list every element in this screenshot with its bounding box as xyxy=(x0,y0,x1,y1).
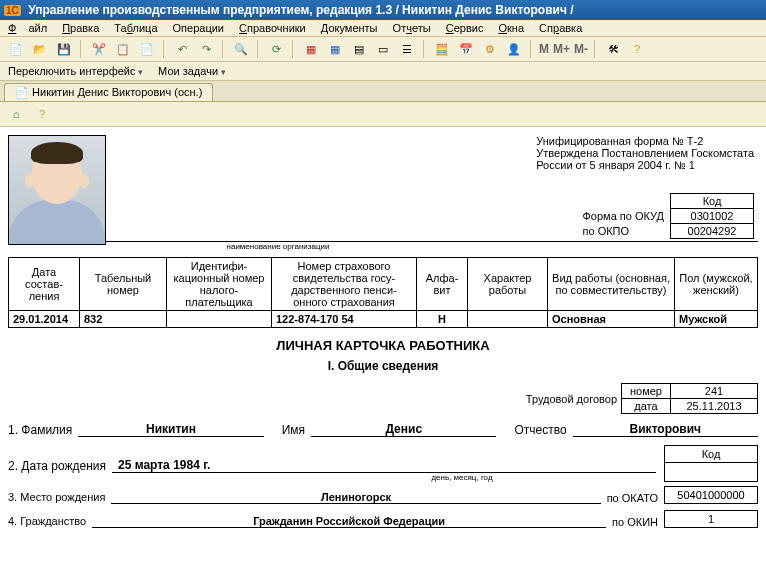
menu-table[interactable]: Таблица xyxy=(114,22,157,34)
menu-windows[interactable]: Окна xyxy=(498,22,524,34)
document-body: Унифицированная форма № Т-2 Утверждена П… xyxy=(0,127,766,536)
calendar-icon[interactable]: 📅 xyxy=(456,39,476,59)
redo-icon[interactable]: ↷ xyxy=(196,39,216,59)
code-header: Код xyxy=(671,194,754,209)
contract-label: Трудовой договор xyxy=(518,384,622,414)
firstname-value: Денис xyxy=(311,422,496,437)
calc-icon[interactable]: 🧮 xyxy=(432,39,452,59)
header-table: Дата состав-ления Табельный номер Иденти… xyxy=(8,257,758,328)
switch-interface-link[interactable]: Переключить интерфейс xyxy=(8,65,143,77)
surname-value: Никитин xyxy=(78,422,263,437)
person-icon[interactable]: 👤 xyxy=(504,39,524,59)
copy-icon[interactable]: 📋 xyxy=(113,39,133,59)
menu-service[interactable]: Сервис xyxy=(446,22,484,34)
document-title: ЛИЧНАЯ КАРТОЧКА РАБОТНИКА xyxy=(8,338,758,353)
okpo-value: 00204292 xyxy=(671,224,754,239)
doc-help-icon[interactable]: ? xyxy=(32,104,52,124)
document-toolbar: ⌂ ? xyxy=(0,102,766,127)
table-row: 29.01.2014 832 122-874-170 54 Н Основная… xyxy=(9,311,758,328)
okin-value: 1 xyxy=(665,511,758,528)
row-birthplace: 3. Место рождения Лениногорск по ОКАТО 5… xyxy=(8,486,758,504)
org-sublabel: наименование организации xyxy=(128,242,428,251)
settings-icon[interactable]: 🛠 xyxy=(603,39,623,59)
window-title: Управление производственным предприятием… xyxy=(28,3,573,17)
okud-value: 0301002 xyxy=(671,209,754,224)
form-legal-note: Унифицированная форма № Т-2 Утверждена П… xyxy=(536,135,758,239)
new-icon[interactable]: 📄 xyxy=(6,39,26,59)
find-icon[interactable]: 🔍 xyxy=(231,39,251,59)
help-icon[interactable]: ? xyxy=(627,39,647,59)
birthdate-code xyxy=(665,463,758,482)
document-tabs: 📄 Никитин Денис Викторович (осн.) xyxy=(0,81,766,102)
citizenship-value: Гражданин Российской Федерации xyxy=(92,515,606,528)
menu-ops[interactable]: Операции xyxy=(173,22,224,34)
birthplace-value: Лениногорск xyxy=(111,491,600,504)
okpo-label: по ОКПО xyxy=(577,224,671,239)
open-icon[interactable]: 📂 xyxy=(30,39,50,59)
main-toolbar: 📄 📂 💾 ✂️ 📋 📄 ↶ ↷ 🔍 ⟳ ▦ ▦ ▤ ▭ ☰ 🧮 📅 ⚙ 👤 M… xyxy=(0,37,766,62)
document-subtitle: I. Общие сведения xyxy=(8,359,758,373)
patronymic-value: Викторович xyxy=(573,422,758,437)
code-header2: Код xyxy=(665,446,758,463)
window-titlebar: 1C Управление производственным предприят… xyxy=(0,0,766,20)
contract-date: 25.11.2013 xyxy=(671,399,758,414)
memory-mminus[interactable]: M- xyxy=(574,42,588,56)
menu-file[interactable]: Файл xyxy=(8,22,47,34)
grid-red-icon[interactable]: ▦ xyxy=(301,39,321,59)
memory-mplus[interactable]: M+ xyxy=(553,42,570,56)
menu-help[interactable]: Справка xyxy=(539,22,582,34)
memory-m[interactable]: M xyxy=(539,42,549,56)
birthdate-value: 25 марта 1984 г. xyxy=(112,458,656,473)
my-tasks-link[interactable]: Мои задачи xyxy=(158,65,225,77)
save-icon[interactable]: 💾 xyxy=(54,39,74,59)
row-surname: 1. Фамилия Никитин Имя Денис Отчество Ви… xyxy=(8,422,758,437)
grid-blue-icon[interactable]: ▦ xyxy=(325,39,345,59)
contract-number: 241 xyxy=(671,384,758,399)
menu-docs[interactable]: Документы xyxy=(321,22,378,34)
list-icon[interactable]: ☰ xyxy=(397,39,417,59)
contract-table: Трудовой договор номер 241 дата 25.11.20… xyxy=(518,383,758,414)
refresh-icon[interactable]: ⟳ xyxy=(266,39,286,59)
menu-edit[interactable]: Правка xyxy=(62,22,99,34)
employee-photo xyxy=(8,135,106,245)
okud-label: Форма по ОКУД xyxy=(577,209,671,224)
tab-employee[interactable]: 📄 Никитин Денис Викторович (осн.) xyxy=(4,83,213,101)
cut-icon[interactable]: ✂️ xyxy=(89,39,109,59)
tool1-icon[interactable]: ⚙ xyxy=(480,39,500,59)
menu-ref[interactable]: Справочники xyxy=(239,22,306,34)
paste-icon[interactable]: 📄 xyxy=(137,39,157,59)
main-menu[interactable]: Файл Правка Таблица Операции Справочники… xyxy=(0,20,766,37)
menu-reports[interactable]: Отчеты xyxy=(393,22,431,34)
table-icon[interactable]: ▤ xyxy=(349,39,369,59)
undo-icon[interactable]: ↶ xyxy=(172,39,192,59)
row-citizenship: 4. Гражданство Гражданин Российской Феде… xyxy=(8,510,758,528)
page-icon[interactable]: ▭ xyxy=(373,39,393,59)
row-birthdate: 2. Дата рождения 25 марта 1984 г. день, … xyxy=(8,445,758,482)
okato-value: 50401000000 xyxy=(665,487,758,504)
home-icon[interactable]: ⌂ xyxy=(6,104,26,124)
app-icon: 1C xyxy=(4,5,21,16)
secondary-toolbar: Переключить интерфейс Мои задачи xyxy=(0,62,766,81)
